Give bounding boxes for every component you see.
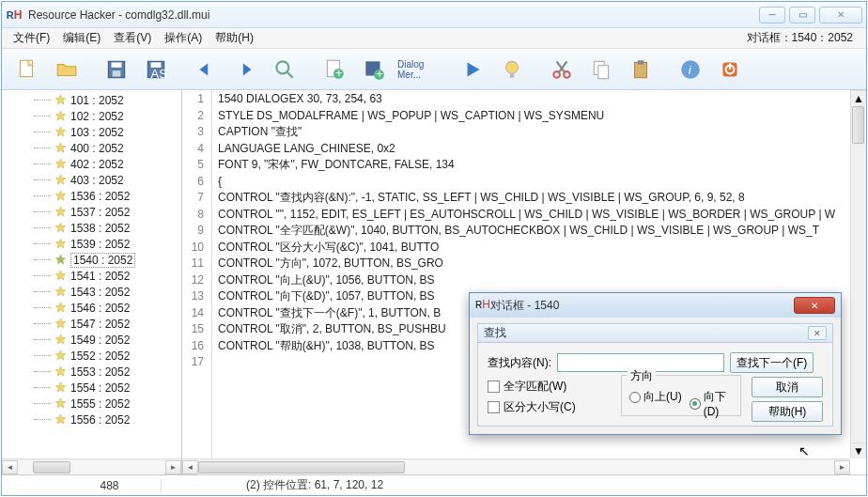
menubar: 文件(F) 编辑(E) 查看(V) 操作(A) 帮助(H) 对话框：1540：2… xyxy=(2,28,866,49)
svg-text:+: + xyxy=(376,66,383,80)
inner-close-button[interactable]: ✕ xyxy=(808,326,827,340)
dialog-app-icon: RH xyxy=(475,298,490,313)
menu-action[interactable]: 操作(A) xyxy=(159,28,208,48)
find-next-button[interactable]: 查找下一个(F) xyxy=(730,352,814,373)
tree-item-1554[interactable]: 1554 : 2052 xyxy=(34,380,181,396)
tree-hscrollbar[interactable]: ◄► xyxy=(2,458,181,474)
status-col2: (2) 控件位置: 61, 7, 120, 12 xyxy=(162,477,866,493)
whole-word-label: 全字匹配(W) xyxy=(504,379,566,395)
radio-up[interactable] xyxy=(629,392,641,403)
add-file-icon[interactable]: + xyxy=(318,54,350,85)
menu-file[interactable]: 文件(F) xyxy=(8,28,55,48)
svg-rect-23 xyxy=(635,62,647,77)
svg-rect-2 xyxy=(112,62,122,67)
tree-item-1546[interactable]: 1546 : 2052 xyxy=(34,300,181,316)
copy-icon[interactable] xyxy=(585,54,617,85)
statusbar: 488 (2) 控件位置: 61, 7, 120, 12 xyxy=(2,474,866,495)
tree-item-1538[interactable]: 1538 : 2052 xyxy=(34,220,181,236)
svg-text:AS: AS xyxy=(151,66,168,80)
menu-help[interactable]: 帮助(H) xyxy=(209,28,259,48)
tree-item-1556[interactable]: 1556 : 2052 xyxy=(34,412,181,427)
menu-right-label: 对话框：1540：2052 xyxy=(747,30,860,46)
search-icon[interactable] xyxy=(269,54,301,85)
svg-rect-22 xyxy=(598,65,609,78)
tree-item-1540[interactable]: 1540 : 2052 xyxy=(34,252,181,268)
radio-up-label: 向上(U) xyxy=(643,389,682,405)
new-icon[interactable] xyxy=(11,54,43,85)
cancel-button[interactable]: 取消 xyxy=(752,377,823,397)
match-case-label: 区分大小写(C) xyxy=(504,399,576,415)
tree-item-1541[interactable]: 1541 : 2052 xyxy=(34,268,181,284)
minimize-button[interactable]: ─ xyxy=(759,7,785,23)
tree-item-402[interactable]: 402 : 2052 xyxy=(34,156,181,172)
tree-item-1549[interactable]: 1549 : 2052 xyxy=(34,332,181,348)
whole-word-checkbox[interactable] xyxy=(488,381,500,393)
tree-item-403[interactable]: 403 : 2052 xyxy=(34,172,181,188)
menu-view[interactable]: 查看(V) xyxy=(108,28,157,48)
find-label: 查找内容(N): xyxy=(488,355,551,371)
dialog-close-button[interactable]: ✕ xyxy=(794,297,835,314)
svg-text:+: + xyxy=(335,65,343,79)
editor-hscrollbar[interactable]: ◄► xyxy=(182,458,850,474)
svg-point-15 xyxy=(506,61,519,73)
tree-item-1539[interactable]: 1539 : 2052 xyxy=(34,236,181,252)
save-icon[interactable] xyxy=(101,54,132,85)
radio-down-label: 向下(D) xyxy=(704,389,740,418)
dialog-titlebar[interactable]: RH 对话框 - 1540 ✕ xyxy=(470,293,841,318)
match-case-checkbox[interactable] xyxy=(488,401,500,413)
tree-item-1543[interactable]: 1543 : 2052 xyxy=(34,284,181,300)
direction-label: 方向 xyxy=(628,368,656,384)
svg-rect-16 xyxy=(510,73,514,77)
titlebar[interactable]: RH Resource Hacker - comdlg32.dll.mui ─ … xyxy=(2,2,866,28)
inner-dialog-title: 查找 xyxy=(484,325,808,341)
toolbar: AS + + Dialog Mer... i xyxy=(2,49,866,90)
undo-icon[interactable] xyxy=(190,54,222,85)
svg-rect-24 xyxy=(638,60,644,64)
tree-item-1547[interactable]: 1547 : 2052 xyxy=(34,316,181,332)
tree-item-1552[interactable]: 1552 : 2052 xyxy=(34,348,181,364)
info-icon[interactable]: i xyxy=(674,54,706,85)
menu-edit[interactable]: 编辑(E) xyxy=(57,28,106,48)
tree-item-1555[interactable]: 1555 : 2052 xyxy=(34,396,181,412)
inner-dialog: 查找 ✕ 查找内容(N): 查找下一个(F) 全字匹配(W) 区分大小写(C) … xyxy=(477,323,833,427)
editor-vscrollbar[interactable]: ▲ ▼ xyxy=(850,90,866,458)
app-icon: RH xyxy=(6,7,23,23)
save-as-icon[interactable]: AS xyxy=(140,54,172,85)
paste-icon[interactable] xyxy=(625,54,657,85)
close-button[interactable]: ✕ xyxy=(819,7,862,23)
bulb-icon[interactable] xyxy=(496,54,528,85)
cut-icon[interactable] xyxy=(546,54,578,85)
open-icon[interactable] xyxy=(51,54,83,85)
status-col1: 488 xyxy=(58,479,162,492)
tree-item-1537[interactable]: 1537 : 2052 xyxy=(34,204,181,220)
tree-item-1536[interactable]: 1536 : 2052 xyxy=(34,188,181,204)
redo-icon[interactable] xyxy=(229,54,261,85)
play-icon[interactable] xyxy=(457,54,488,85)
help-button[interactable]: 帮助(H) xyxy=(752,401,823,422)
dialog-title: 对话框 - 1540 xyxy=(490,298,794,314)
tree-item-103[interactable]: 103 : 2052 xyxy=(34,124,181,140)
tree-item-101[interactable]: 101 : 2052 xyxy=(34,92,181,108)
direction-group: 方向 向上(U) 向下(D) ↖ xyxy=(621,375,741,416)
add-resource-icon[interactable]: + xyxy=(358,54,390,85)
dialog-preview-window[interactable]: RH 对话框 - 1540 ✕ 查找 ✕ 查找内容(N): 查找下一个(F) 全… xyxy=(469,292,842,435)
tree-item-102[interactable]: 102 : 2052 xyxy=(34,108,181,124)
window-title: Resource Hacker - comdlg32.dll.mui xyxy=(28,8,759,22)
svg-rect-3 xyxy=(113,70,121,77)
tree-item-1553[interactable]: 1553 : 2052 xyxy=(34,364,181,380)
resource-tree[interactable]: 101 : 2052102 : 2052103 : 2052400 : 2052… xyxy=(2,90,182,474)
dialog-menu-button[interactable]: Dialog Mer... xyxy=(397,54,439,85)
tree-item-400[interactable]: 400 : 2052 xyxy=(34,140,181,156)
radio-down[interactable] xyxy=(690,398,701,410)
line-gutter: 1234567891011121314151617 xyxy=(182,90,212,474)
power-icon[interactable] xyxy=(714,54,746,85)
svg-line-8 xyxy=(287,71,293,78)
maximize-button[interactable]: ▭ xyxy=(789,7,815,23)
